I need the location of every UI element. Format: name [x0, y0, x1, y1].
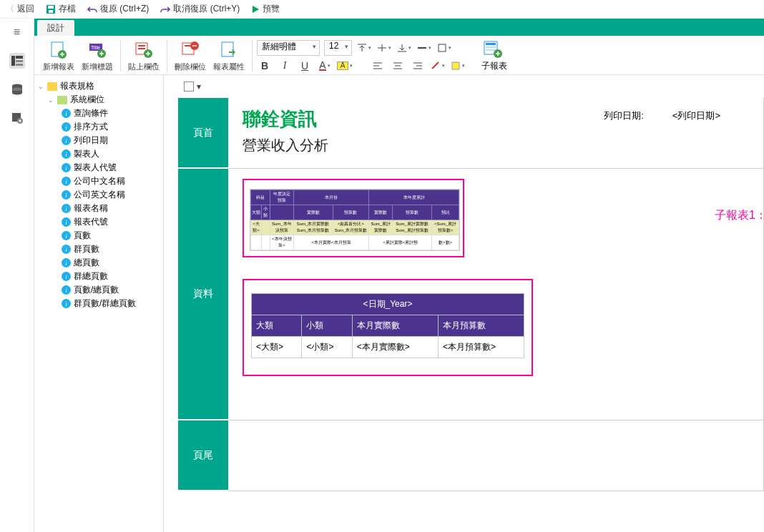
- menubar: 〈返回 存檔 復原 (Ctrl+Z) 取消復原 (Ctrl+Y) 預覽: [0, 0, 764, 19]
- svg-rect-4: [16, 56, 23, 59]
- delete-field-button[interactable]: 刪除欄位: [172, 40, 209, 72]
- group-report-preview: 科目年度決定預算本月份本年度累計 大類小類實際數預算數實際數預算數預比 <大類>…: [250, 189, 460, 251]
- print-date: 列印日期:<列印日期>: [604, 109, 720, 122]
- font-size-select[interactable]: 12: [324, 40, 352, 56]
- tree-item[interactable]: i群總頁數: [62, 270, 160, 283]
- redo-icon: [160, 4, 170, 14]
- tree-root[interactable]: ⌄報表規格: [37, 79, 160, 93]
- field-tree: ⌄報表規格 ⌄系統欄位 i查詢條件 i排序方式 i列印日期 i製表人 i製表人代…: [34, 75, 163, 532]
- subreport-2[interactable]: <日期_Year> 大類小類本月實際數本月預算數 <大類><小類><本月實際數>…: [243, 279, 533, 376]
- align-right-button[interactable]: [410, 59, 426, 73]
- save-icon: [46, 4, 56, 14]
- new-title-icon: Title: [88, 41, 107, 59]
- svg-rect-19: [138, 48, 145, 49]
- line-style-button[interactable]: [416, 41, 432, 55]
- ribbon: 新增報表 Title 新增標題 貼上欄位 刪除欄位 報表屬性: [34, 36, 764, 75]
- fill-color-button[interactable]: [450, 59, 466, 73]
- subreport-1-label: 子報表1：群組報表: [715, 208, 764, 223]
- svg-rect-25: [439, 44, 446, 51]
- back-button[interactable]: 〈返回: [6, 3, 34, 15]
- valign-middle-button[interactable]: [376, 41, 392, 55]
- tree-item[interactable]: i總頁數: [62, 256, 160, 270]
- svg-rect-6: [16, 64, 23, 66]
- tree-item[interactable]: i群頁數: [62, 242, 160, 256]
- svg-rect-29: [486, 46, 496, 48]
- svg-rect-28: [486, 43, 496, 45]
- bold-button[interactable]: B: [257, 59, 273, 73]
- design-canvas: ▾ 頁首 資料 頁尾 聯銓資訊 營業收入分析: [163, 75, 764, 532]
- paste-field-button[interactable]: 貼上欄位: [125, 40, 162, 72]
- svg-rect-1: [48, 6, 54, 9]
- font-color-button[interactable]: A: [317, 59, 333, 73]
- tree-item[interactable]: i製表人代號: [62, 161, 160, 174]
- svg-rect-26: [452, 62, 459, 69]
- report-properties-icon: [220, 41, 238, 59]
- tree-item[interactable]: i列印日期: [62, 134, 160, 147]
- tree-item[interactable]: i報表名稱: [62, 202, 160, 215]
- svg-text:Title: Title: [91, 45, 100, 50]
- undo-icon: [87, 4, 97, 14]
- new-report-button[interactable]: 新增報表: [40, 40, 77, 72]
- font-family-select[interactable]: 新細明體: [257, 40, 320, 56]
- play-icon: [251, 5, 260, 14]
- align-left-button[interactable]: [370, 59, 386, 73]
- svg-rect-18: [138, 45, 145, 46]
- settings-icon[interactable]: [9, 110, 25, 126]
- tree-item[interactable]: i查詢條件: [62, 107, 160, 120]
- svg-rect-30: [486, 49, 496, 51]
- new-report-icon: [49, 41, 68, 59]
- svg-rect-2: [49, 10, 53, 13]
- tree-system-fields[interactable]: ⌄系統欄位: [47, 93, 160, 107]
- undo-button[interactable]: 復原 (Ctrl+Z): [87, 3, 149, 15]
- sub-report-icon: [483, 40, 503, 59]
- tree-item[interactable]: i頁數/總頁數: [62, 283, 160, 297]
- report-title: 營業收入分析: [243, 136, 749, 155]
- delete-field-icon: [181, 41, 200, 59]
- report-properties-button[interactable]: 報表屬性: [210, 40, 248, 72]
- left-icon-rail: ≡: [0, 19, 34, 532]
- italic-button[interactable]: I: [277, 59, 293, 73]
- tree-item[interactable]: i公司英文名稱: [62, 188, 160, 202]
- tab-design[interactable]: 設計: [37, 20, 74, 36]
- valign-bottom-button[interactable]: [396, 41, 412, 55]
- hamburger-icon[interactable]: ≡: [9, 24, 25, 40]
- tab-strip: 設計: [34, 19, 764, 36]
- pivot-report-preview: <日期_Year> 大類小類本月實際數本月預算數 <大類><小類><本月實際數>…: [251, 293, 524, 358]
- paste-field-icon: [134, 41, 153, 59]
- database-icon[interactable]: [9, 82, 25, 97]
- subreport-1[interactable]: 科目年度決定預算本月份本年度累計 大類小類實際數預算數實際數預算數預比 <大類>…: [243, 179, 464, 257]
- new-title-button[interactable]: Title 新增標題: [79, 40, 116, 72]
- report-view-icon[interactable]: [9, 53, 25, 69]
- line-color-button[interactable]: [430, 59, 446, 73]
- font-controls: 新細明體 12 B I U A A: [257, 40, 466, 73]
- save-button[interactable]: 存檔: [46, 3, 76, 15]
- tree-item[interactable]: i排序方式: [62, 120, 160, 134]
- band-data-label[interactable]: 資料: [178, 169, 228, 420]
- page-footer-band[interactable]: [228, 420, 763, 491]
- tree-item[interactable]: i公司中文名稱: [62, 174, 160, 188]
- svg-point-8: [12, 88, 22, 92]
- redo-button[interactable]: 取消復原 (Ctrl+Y): [160, 3, 240, 15]
- tree-item[interactable]: i報表代號: [62, 215, 160, 229]
- page-header-band[interactable]: 聯銓資訊 營業收入分析 列印日期:<列印日期>: [228, 98, 763, 169]
- canvas-top-control[interactable]: ▾: [178, 79, 764, 94]
- sub-report-button[interactable]: 子報表: [481, 40, 507, 72]
- align-center-button[interactable]: [390, 59, 406, 73]
- border-button[interactable]: [436, 41, 452, 55]
- tree-item[interactable]: i群頁數/群總頁數: [62, 297, 160, 310]
- band-footer-label[interactable]: 頁尾: [178, 420, 228, 491]
- page-setup-icon: [184, 82, 194, 92]
- svg-rect-24: [222, 42, 233, 56]
- data-band[interactable]: 科目年度決定預算本月份本年度累計 大類小類實際數預算數實際數預算數預比 <大類>…: [228, 169, 763, 420]
- valign-top-button[interactable]: [356, 41, 372, 55]
- underline-button[interactable]: U: [297, 59, 313, 73]
- svg-point-11: [19, 120, 21, 122]
- svg-rect-5: [16, 60, 23, 62]
- tree-item[interactable]: i頁數: [62, 229, 160, 242]
- highlight-color-button[interactable]: A: [337, 59, 353, 73]
- svg-rect-3: [11, 56, 15, 66]
- tree-item[interactable]: i製表人: [62, 147, 160, 161]
- preview-button[interactable]: 預覽: [251, 3, 280, 15]
- band-header-label[interactable]: 頁首: [178, 98, 228, 169]
